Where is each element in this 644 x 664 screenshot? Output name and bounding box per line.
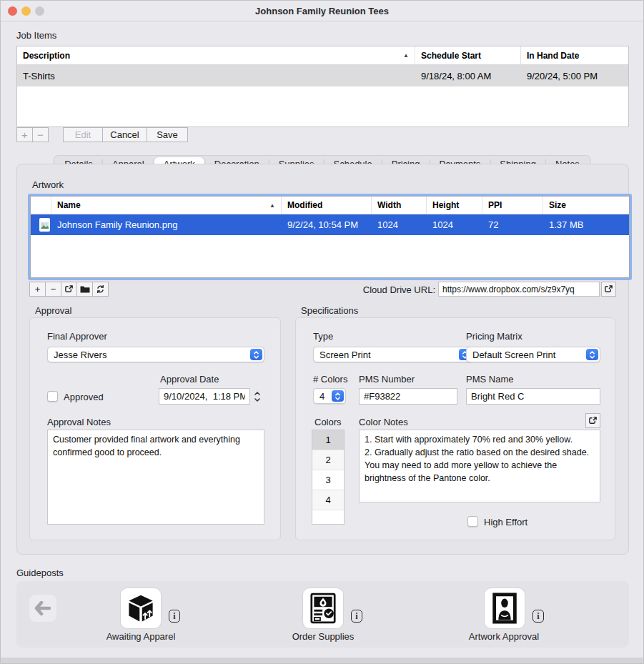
artwork-table-header: Name ▲ Modified Width Height PPI Size (31, 197, 629, 214)
approved-checkbox-label: Approved (64, 392, 104, 402)
open-external-icon (64, 284, 74, 294)
approval-date-label: Approval Date (160, 374, 219, 385)
order-supplies-info-icon[interactable]: i (351, 610, 362, 623)
num-colors-select[interactable]: 4 (313, 388, 346, 404)
job-items-button-row: + − Edit Cancel Save (16, 127, 188, 142)
stepper-chevrons-icon (254, 390, 261, 403)
edit-button[interactable]: Edit (63, 127, 103, 142)
open-artwork-button[interactable] (61, 282, 77, 297)
add-job-item-button[interactable]: + (16, 127, 33, 142)
artwork-file-name: Johnson Family Reunion.png (51, 219, 282, 230)
refresh-icon (96, 284, 105, 294)
approved-checkbox[interactable] (47, 391, 58, 402)
colors-list: 1 2 3 4 (312, 430, 345, 525)
awaiting-apparel-guidepost-button[interactable] (121, 588, 161, 628)
type-select[interactable]: Screen Print (313, 347, 473, 362)
artwork-toolbar: + − (29, 282, 109, 297)
approval-date-input[interactable] (159, 388, 250, 405)
guideposts-section-label: Guideposts (16, 568, 64, 578)
remove-job-item-button[interactable]: − (32, 127, 49, 142)
column-header-file-icon (31, 197, 51, 214)
supplies-order-icon (310, 593, 336, 624)
color-notes-textarea[interactable]: 1. Start with approximately 70% red and … (359, 430, 600, 502)
window-bottom-edge (1, 658, 643, 663)
order-supplies-label: Order Supplies (266, 631, 380, 642)
column-header-schedule-start[interactable]: Schedule Start (415, 46, 521, 64)
color-list-item-2[interactable]: 2 (312, 450, 344, 470)
popup-chevrons-icon (332, 390, 344, 402)
pms-number-input[interactable] (359, 388, 457, 405)
color-list-item-1[interactable]: 1 (312, 430, 344, 450)
column-header-in-hand-date[interactable]: In Hand Date (521, 46, 628, 64)
open-external-icon (588, 416, 598, 425)
column-header-size[interactable]: Size (543, 197, 629, 214)
guidepost-back-button[interactable] (29, 595, 56, 622)
artwork-approval-info-icon[interactable]: i (532, 610, 544, 623)
framed-portrait-icon (492, 593, 517, 624)
save-button[interactable]: Save (147, 127, 188, 142)
approval-notes-label: Approval Notes (47, 417, 111, 427)
column-header-name[interactable]: Name ▲ (51, 197, 282, 214)
open-cloud-url-button[interactable] (601, 282, 616, 297)
job-items-table-header: Description ▲ Schedule Start In Hand Dat… (17, 46, 628, 65)
pricing-matrix-label: Pricing Matrix (466, 331, 522, 342)
artwork-file-height: 1024 (427, 219, 482, 230)
final-approver-label: Final Approver (47, 331, 107, 342)
job-item-schedule-start: 9/18/24, 8:00 AM (415, 71, 521, 81)
artwork-file-row[interactable]: Johnson Family Reunion.png 9/2/24, 10:54… (31, 214, 629, 235)
high-effort-checkbox[interactable] (467, 516, 478, 527)
awaiting-apparel-info-icon[interactable]: i (169, 610, 180, 623)
open-external-icon (604, 284, 613, 294)
job-items-table: Description ▲ Schedule Start In Hand Dat… (16, 46, 629, 127)
approval-date-stepper[interactable] (252, 388, 262, 405)
artwork-file-modified: 9/2/24, 10:54 PM (282, 219, 372, 230)
column-header-description[interactable]: Description ▲ (17, 46, 415, 64)
sort-ascending-icon: ▲ (269, 202, 275, 209)
popup-chevrons-icon (250, 349, 262, 360)
job-items-section-label: Job Items (16, 30, 56, 41)
approval-section-label: Approval (35, 305, 71, 316)
artwork-approval-label: Artwork Approval (447, 631, 561, 642)
open-color-notes-button[interactable] (585, 413, 600, 428)
specifications-section-label: Specifications (301, 305, 358, 316)
column-header-height[interactable]: Height (427, 197, 482, 214)
refresh-artwork-button[interactable] (92, 282, 109, 297)
approval-group-box: Final Approver Jesse Rivers Approval Dat… (29, 317, 281, 540)
specifications-group-box: Type Screen Print Pricing Matrix Default… (295, 317, 615, 540)
shipping-box-icon (126, 593, 156, 623)
browse-folder-button[interactable] (76, 282, 93, 297)
cloud-drive-url-input[interactable] (438, 282, 600, 297)
colors-label: Colors (314, 417, 342, 427)
popup-chevrons-icon (586, 349, 598, 360)
artwork-table: Name ▲ Modified Width Height PPI Size (28, 194, 632, 280)
artwork-approval-guidepost-button[interactable] (485, 588, 525, 628)
color-list-item-3[interactable]: 3 (312, 470, 344, 490)
column-header-ppi[interactable]: PPI (482, 197, 543, 214)
guideposts-panel: i Awaiting Apparel i Order Supplies (16, 581, 629, 648)
artwork-file-width: 1024 (372, 219, 427, 230)
artwork-file-size: 1.37 MB (543, 219, 629, 230)
back-arrow-icon (34, 601, 51, 615)
job-item-row[interactable]: T-Shirts 9/18/24, 8:00 AM 9/20/24, 5:00 … (17, 65, 628, 86)
color-list-item-4[interactable]: 4 (312, 490, 344, 510)
pms-number-label: PMS Number (359, 374, 415, 385)
type-label: Type (313, 331, 333, 342)
pms-name-input[interactable] (466, 388, 600, 405)
add-artwork-button[interactable]: + (29, 282, 46, 297)
pricing-matrix-select[interactable]: Default Screen Print (466, 347, 600, 362)
job-item-in-hand-date: 9/20/24, 5:00 PM (521, 71, 628, 81)
sort-ascending-icon: ▲ (403, 52, 409, 59)
order-supplies-guidepost-button[interactable] (303, 588, 343, 628)
awaiting-apparel-label: Awaiting Apparel (84, 631, 198, 642)
remove-artwork-button[interactable]: − (45, 282, 61, 297)
cancel-button[interactable]: Cancel (102, 127, 147, 142)
column-header-width[interactable]: Width (372, 197, 427, 214)
approval-notes-textarea[interactable]: Customer provided final artwork and ever… (47, 430, 264, 525)
column-header-modified[interactable]: Modified (282, 197, 372, 214)
num-colors-label: # Colors (313, 374, 347, 385)
final-approver-select[interactable]: Jesse Rivers (47, 347, 264, 362)
artwork-section-label: Artwork (32, 179, 64, 190)
titlebar: Johnson Family Reunion Tees (1, 1, 643, 21)
app-window: Johnson Family Reunion Tees Job Items De… (0, 0, 644, 664)
button-spacer (49, 127, 63, 142)
